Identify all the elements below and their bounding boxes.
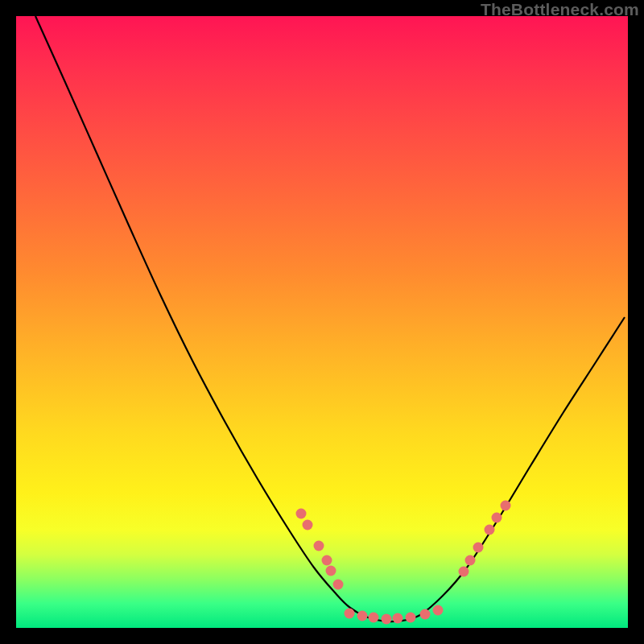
marker-dot <box>314 541 324 551</box>
marker-dot <box>333 580 344 590</box>
marker-dot <box>357 611 368 621</box>
marker-dot <box>369 613 379 623</box>
marker-dot <box>345 609 355 619</box>
marker-dot <box>393 613 403 624</box>
marker-dot <box>459 567 469 577</box>
chart-frame: TheBottleneck.com <box>0 0 644 644</box>
marker-dot <box>420 609 431 620</box>
marker-dot <box>501 501 511 511</box>
marker-dot <box>473 543 484 553</box>
curve-svg <box>16 16 628 628</box>
marker-dot <box>326 566 336 576</box>
marker-dot <box>296 509 307 519</box>
marker-dot <box>406 613 416 623</box>
marker-dot <box>322 555 332 566</box>
marker-dot <box>465 555 476 566</box>
plot-area <box>16 16 628 628</box>
marker-dot <box>492 513 502 523</box>
marker-dot <box>433 605 444 616</box>
marker-dot <box>303 520 313 530</box>
plateau-markers <box>296 501 511 625</box>
marker-dot <box>382 614 392 625</box>
marker-dot <box>485 525 495 535</box>
bottleneck-curve <box>35 16 625 621</box>
